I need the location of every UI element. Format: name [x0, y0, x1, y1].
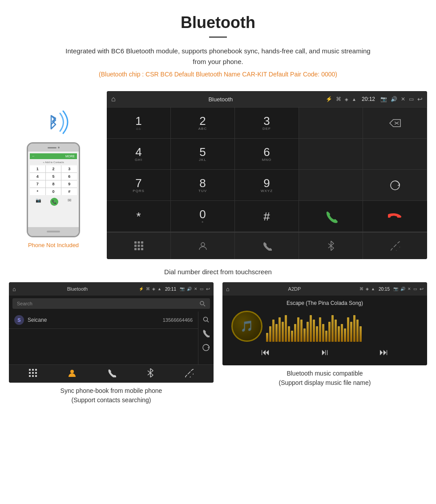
dial-key-3[interactable]: 3 DEF	[235, 108, 299, 139]
pb-nav-link[interactable]	[185, 368, 194, 379]
dial-key-hash[interactable]: #	[235, 201, 299, 232]
phonebook-caption-text: Sync phone-book from mobile phone(Suppor…	[61, 387, 162, 404]
pb-back-icon[interactable]: ↩	[206, 286, 210, 292]
music-back-icon[interactable]: ↩	[420, 286, 424, 292]
dial-key-star[interactable]: *	[107, 201, 171, 232]
svg-rect-27	[35, 375, 37, 377]
pb-bt-icon: ⌘	[146, 287, 150, 291]
pb-nav-dialpad[interactable]	[29, 369, 37, 379]
dial-key-8[interactable]: 8 TUV	[171, 170, 235, 201]
pb-side-search-icon[interactable]	[202, 316, 210, 323]
phonebook-body: Search S Seicane 13566664466	[9, 298, 214, 364]
pb-home-icon[interactable]: ⌂	[12, 286, 16, 292]
music-home-icon[interactable]: ⌂	[226, 286, 230, 292]
pb-nav-bt[interactable]	[147, 368, 154, 379]
dial-home-icon[interactable]: ⌂	[111, 95, 116, 103]
music-rewind-icon[interactable]: ⏮	[261, 347, 270, 357]
music-controls: ⏮ ⏯ ⏭	[227, 342, 423, 361]
phone-key-5[interactable]: 5	[46, 173, 61, 180]
dial-nav-call[interactable]	[235, 232, 299, 259]
dial-nav-bluetooth[interactable]	[299, 232, 363, 259]
dial-key-2[interactable]: 2 ABC	[171, 108, 235, 139]
music-bar	[266, 333, 268, 342]
phone-key-3[interactable]: 3	[61, 165, 77, 172]
phonebook-search-bar[interactable]: Search	[12, 298, 210, 309]
phonebook-screen: ⌂ Bluetooth ⚡ ⌘ ◈ ▲ 20:11 📷 🔊 ✕ ▭ ↩ Sear…	[9, 282, 214, 383]
phone-section: ← MORE + Add to Contacts 1 2 3 4 5 6 7 8…	[9, 91, 98, 248]
phone-key-2[interactable]: 2	[46, 165, 61, 172]
dial-redial[interactable]	[363, 170, 427, 201]
phone-top-bar	[28, 144, 79, 152]
music-play-pause-icon[interactable]: ⏯	[320, 347, 329, 357]
dial-wifi-icon: ▲	[352, 97, 356, 102]
music-forward-icon[interactable]: ⏭	[379, 347, 388, 357]
music-bar	[272, 320, 275, 342]
page-title: Bluetooth	[18, 13, 418, 32]
svg-point-28	[70, 370, 74, 373]
music-close-icon[interactable]: ✕	[408, 287, 411, 291]
svg-rect-10	[134, 248, 137, 250]
contact-number: 13566664466	[163, 317, 193, 323]
music-bar	[279, 317, 281, 342]
pb-nav-person[interactable]	[68, 368, 77, 379]
dial-key-4[interactable]: 4 GHI	[107, 139, 171, 170]
dial-location-icon: ◈	[345, 97, 348, 102]
dial-num-5: 5	[199, 146, 206, 158]
pb-side-call-icon[interactable]	[202, 329, 210, 337]
dial-close-icon[interactable]: ✕	[401, 96, 405, 102]
dial-key-5[interactable]: 5 JKL	[171, 139, 235, 170]
dial-display-empty	[299, 108, 363, 139]
dial-call-button[interactable]	[299, 201, 363, 232]
dial-backspace[interactable]	[363, 108, 427, 139]
pb-side-refresh-icon[interactable]	[202, 344, 210, 352]
dial-usb-icon: ⚡	[326, 96, 332, 102]
phone-key-7[interactable]: 7	[30, 180, 45, 188]
phone-header-label: MORE	[65, 155, 75, 158]
phone-key-9[interactable]: 9	[61, 180, 77, 188]
dial-key-1[interactable]: 1 ⌂⌂	[107, 108, 171, 139]
page-specs: (Bluetooth chip : CSR BC6 Default Blueto…	[18, 71, 418, 78]
dial-num-star: *	[136, 211, 141, 222]
svg-point-14	[200, 301, 204, 305]
phone-key-1[interactable]: 1	[30, 165, 45, 172]
music-screen: ⌂ A2DP ⌘ ◈ ▲ 20:15 📷 🔊 ✕ ▭ ↩ Escape (The…	[222, 282, 427, 365]
dial-num-7: 7	[135, 177, 141, 189]
dial-key-0[interactable]: 0 +	[171, 201, 235, 232]
dial-nav-dialpad[interactable]	[107, 232, 171, 259]
dial-hangup-button[interactable]	[363, 201, 427, 232]
dial-key-6[interactable]: 6 MNO	[235, 139, 299, 170]
music-bar	[307, 322, 309, 342]
phone-key-hash[interactable]: #	[61, 188, 77, 195]
phone-key-star[interactable]: *	[30, 188, 45, 195]
music-bar	[341, 324, 343, 342]
dial-nav-link[interactable]	[363, 232, 427, 259]
phone-key-0[interactable]: 0	[46, 188, 61, 195]
contact-name: Seicane	[28, 317, 163, 323]
dial-num-6: 6	[263, 146, 270, 158]
phonebook-search-placeholder: Search	[17, 301, 32, 306]
dial-num-2: 2	[199, 115, 206, 127]
phone-key-8[interactable]: 8	[46, 180, 61, 188]
phone-key-6[interactable]: 6	[61, 173, 77, 180]
pb-close-icon[interactable]: ✕	[194, 287, 198, 291]
phone-dialpad: 1 2 3 4 5 6 7 8 9 * 0 #	[30, 165, 77, 195]
phonebook-nav	[9, 364, 214, 383]
dial-back-icon[interactable]: ↩	[417, 96, 423, 103]
music-bar	[285, 315, 287, 342]
svg-rect-24	[35, 372, 37, 374]
music-bar	[353, 315, 355, 342]
music-volume-icon: 🔊	[400, 287, 405, 291]
page-description: Integrated with BC6 Bluetooth module, su…	[62, 46, 374, 67]
phonebook-contact-row[interactable]: S Seicane 13566664466	[9, 312, 198, 329]
dial-key-9[interactable]: 9 WXYZ	[235, 170, 299, 201]
svg-rect-21	[35, 369, 37, 371]
dial-camera-icon: 📷	[380, 96, 387, 102]
phone-key-4[interactable]: 4	[30, 173, 45, 180]
dial-nav-contacts[interactable]	[171, 232, 235, 259]
dial-time: 20:12	[362, 96, 375, 102]
pb-nav-call[interactable]	[107, 368, 116, 379]
phone-call-button[interactable]: 📞	[50, 198, 58, 206]
dial-key-7[interactable]: 7 PQRS	[107, 170, 171, 201]
dial-middle-empty-2	[363, 139, 427, 170]
dial-num-0: 0	[199, 208, 206, 220]
